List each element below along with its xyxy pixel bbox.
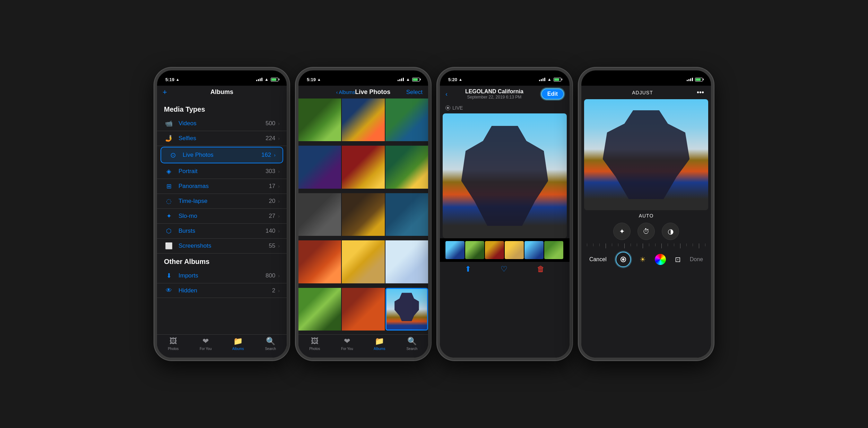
album-screenshots[interactable]: ⬜ Screenshots 55 ›: [157, 239, 287, 254]
photo-cell-15-selected[interactable]: [385, 288, 428, 331]
filmstrip-row: [443, 240, 567, 260]
photo-cell-9[interactable]: [385, 193, 428, 236]
timelapse-label: Time-lapse: [179, 198, 269, 205]
wand-icon: ✦: [619, 227, 625, 236]
brightness-button[interactable]: ☀: [640, 255, 646, 264]
crop-button[interactable]: ⊡: [675, 255, 681, 264]
edit-main-photo[interactable]: [584, 99, 708, 210]
panoramas-count: 17: [269, 183, 275, 190]
album-panoramas[interactable]: ⊞ Panoramas 17 ›: [157, 179, 287, 194]
film-thumb-2[interactable]: [465, 241, 484, 259]
albums-title: Albums: [210, 88, 233, 96]
videos-label: Videos: [179, 120, 266, 127]
film-thumb-6[interactable]: [544, 241, 563, 259]
location-arrow-3: ▲: [459, 77, 462, 82]
live-photo-button[interactable]: [616, 252, 631, 267]
timer-tool[interactable]: ⏱: [637, 223, 655, 240]
battery-3: [554, 78, 561, 82]
live-photos-nav: ‹ Albums Live Photos Select: [298, 86, 428, 99]
tab-albums-2[interactable]: 📁 Albums: [363, 337, 396, 351]
film-thumb-5[interactable]: [524, 241, 544, 259]
favorite-button[interactable]: ♡: [501, 265, 507, 274]
photo-cell-10[interactable]: [298, 240, 341, 283]
wand-tool[interactable]: ✦: [613, 223, 631, 240]
photo-cell-3[interactable]: [385, 99, 428, 141]
edit-button[interactable]: Edit: [541, 88, 564, 100]
photos-tab-icon-1: 🖼: [170, 337, 177, 346]
exposure-tool[interactable]: ◑: [662, 223, 679, 240]
tab-search-2[interactable]: 🔍 Search: [396, 337, 428, 351]
live-photos-content: ‹ Albums Live Photos Select: [298, 86, 428, 358]
film-thumb-3[interactable]: [485, 241, 504, 259]
more-options-button[interactable]: •••: [697, 88, 704, 96]
hidden-count: 2: [272, 287, 275, 294]
adjust-header: ADJUST •••: [581, 86, 711, 99]
location-arrow-1: ▲: [176, 77, 180, 82]
photo-cell-13[interactable]: [298, 288, 341, 331]
select-button[interactable]: Select: [406, 89, 423, 96]
album-videos[interactable]: 📹 Videos 500 ›: [157, 116, 287, 131]
main-photo[interactable]: [443, 113, 567, 238]
imports-icon: ⬇: [164, 272, 174, 280]
selfies-count: 224: [266, 135, 275, 142]
photo-cell-7[interactable]: [298, 193, 341, 236]
album-imports[interactable]: ⬇ Imports 800 ›: [157, 268, 287, 283]
album-live-photos[interactable]: ⊙ Live Photos 162 ›: [160, 147, 283, 163]
robot-silhouette: [461, 126, 548, 226]
phone-photo-view: 5:20 ▲ ▲ ‹ LEGOLAND Californ: [437, 68, 572, 360]
done-button[interactable]: Done: [690, 256, 703, 263]
tab-foryou-1[interactable]: ❤ For You: [190, 337, 222, 351]
share-button[interactable]: ⬆: [465, 265, 471, 274]
tab-foryou-2[interactable]: ❤ For You: [331, 337, 364, 351]
photo-cell-1[interactable]: [298, 99, 341, 141]
film-thumb-4[interactable]: [505, 241, 524, 259]
bottom-edit-bar: Cancel ☀ ⊡ Done: [581, 250, 711, 274]
timelapse-count: 20: [269, 198, 275, 205]
phone-adjust: 5:20 ADJUST •••: [579, 68, 714, 360]
imports-count: 800: [266, 272, 275, 279]
album-slomo[interactable]: ✦ Slo-mo 27 ›: [157, 209, 287, 224]
slomo-count: 27: [269, 213, 275, 220]
album-hidden[interactable]: 👁 Hidden 2 ›: [157, 283, 287, 298]
live-photos-title: Live Photos: [355, 88, 390, 96]
album-timelapse[interactable]: ◌ Time-lapse 20 ›: [157, 194, 287, 209]
photo-cell-11[interactable]: [342, 240, 384, 283]
photo-cell-14[interactable]: [342, 288, 384, 331]
photo-cell-5[interactable]: [342, 146, 384, 188]
albums-scroll[interactable]: Media Types 📹 Videos 500 › 🤳 Selfies 224…: [157, 99, 287, 334]
live-photos-grid[interactable]: [298, 99, 428, 334]
tab-photos-1[interactable]: 🖼 Photos: [157, 337, 190, 351]
photos-tab-label-1: Photos: [168, 347, 179, 351]
foryou-tab-label-1: For You: [200, 347, 211, 351]
tab-albums-1[interactable]: 📁 Albums: [222, 337, 254, 351]
live-photos-icon: ⊙: [168, 151, 178, 159]
slomo-label: Slo-mo: [179, 213, 269, 220]
status-left-1: 5:19 ▲: [165, 77, 180, 82]
delete-button[interactable]: 🗑: [537, 265, 545, 274]
tab-photos-2[interactable]: 🖼 Photos: [298, 337, 331, 351]
photo-cell-4[interactable]: [298, 146, 341, 188]
time-1: 5:19: [165, 77, 174, 82]
photo-cell-12[interactable]: [385, 240, 428, 283]
film-thumb-1[interactable]: [445, 241, 465, 259]
photo-toolbar: ⬆ ♡ 🗑: [440, 262, 570, 275]
tab-bar-1: 🖼 Photos ❤ For You 📁 Albums 🔍 Search: [157, 334, 287, 358]
tab-search-1[interactable]: 🔍 Search: [254, 337, 287, 351]
back-to-albums[interactable]: ‹ Albums: [336, 89, 355, 95]
timer-icon: ⏱: [643, 228, 650, 236]
live-inner-icon: [620, 257, 626, 262]
add-button[interactable]: +: [163, 88, 167, 97]
color-wheel-button[interactable]: [655, 254, 666, 265]
album-selfies[interactable]: 🤳 Selfies 224 ›: [157, 131, 287, 146]
portrait-icon: ◈: [164, 168, 174, 175]
photo-cell-8[interactable]: [342, 193, 384, 236]
signal-4: [687, 78, 693, 81]
album-bursts[interactable]: ⬡ Bursts 140 ›: [157, 224, 287, 239]
album-portrait[interactable]: ◈ Portrait 303 ›: [157, 164, 287, 179]
search-tab-icon-1: 🔍: [266, 337, 275, 346]
status-right-2: ▲: [398, 77, 420, 82]
cancel-edit-button[interactable]: Cancel: [589, 256, 607, 263]
photo-cell-6[interactable]: [385, 146, 428, 188]
photo-cell-2[interactable]: [342, 99, 384, 141]
exposure-icon: ◑: [668, 227, 674, 236]
